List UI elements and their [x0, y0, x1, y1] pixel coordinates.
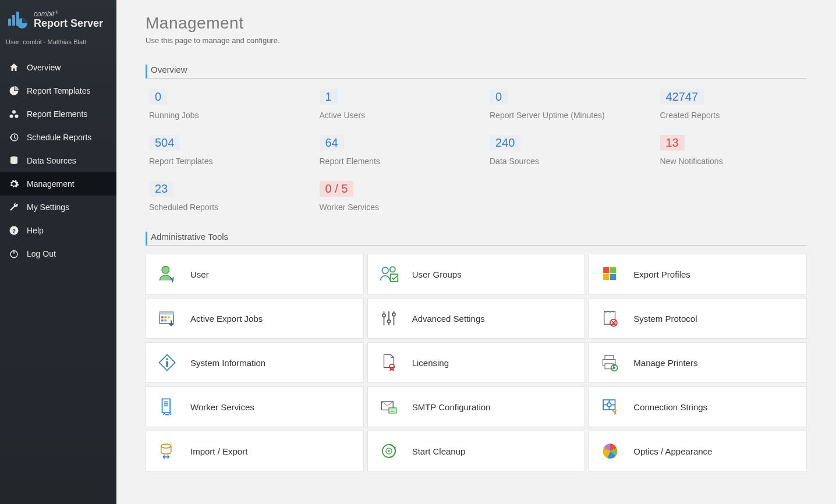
main-content: Management Use this page to manage and c… — [116, 0, 836, 504]
stat-value: 504 — [149, 135, 180, 151]
svg-point-5 — [15, 115, 19, 118]
sliders-icon — [377, 307, 401, 330]
svg-point-38 — [166, 358, 168, 360]
cleanup-icon — [377, 439, 401, 463]
stat-new-notifications[interactable]: 13 New Notifications — [660, 135, 807, 166]
stats-grid: 0 Running Jobs 1 Active Users 0 Report S… — [146, 89, 807, 212]
tool-label: System Information — [190, 358, 265, 368]
tool-import-export[interactable]: Import / Export — [146, 431, 364, 471]
stat-label: New Notifications — [660, 157, 807, 166]
tool-label: SMTP Configuration — [412, 402, 491, 412]
svg-point-6 — [12, 110, 16, 113]
history-icon — [8, 132, 20, 143]
tool-smtp-configuration[interactable]: SMTP Configuration — [367, 386, 586, 427]
wrench-icon — [8, 201, 20, 213]
svg-point-33 — [392, 313, 395, 316]
svg-point-63 — [388, 450, 389, 452]
svg-rect-18 — [610, 267, 616, 273]
svg-point-32 — [387, 320, 390, 323]
svg-rect-26 — [161, 320, 164, 322]
tool-label: Advanced Settings — [412, 314, 485, 324]
tool-label: Licensing — [412, 358, 449, 368]
svg-point-31 — [382, 314, 385, 317]
appearance-icon — [598, 439, 622, 463]
printer-icon — [598, 351, 622, 374]
tool-label: User Groups — [412, 269, 462, 279]
page-title: Management — [146, 14, 807, 33]
tool-connection-strings[interactable]: Connection Strings — [589, 386, 807, 427]
nav-report-templates[interactable]: Report Templates — [0, 79, 116, 102]
protocol-icon — [598, 307, 622, 330]
brand-text: combit Report Server — [34, 10, 103, 30]
tool-active-export-jobs[interactable]: Active Export Jobs — [146, 298, 364, 339]
tool-licensing[interactable]: Licensing — [367, 342, 586, 383]
stat-report-elements[interactable]: 64 Report Elements — [320, 135, 467, 166]
stat-label: Scheduled Reports — [149, 203, 296, 212]
stat-active-users[interactable]: 1 Active Users — [320, 89, 467, 120]
svg-rect-20 — [610, 274, 616, 280]
svg-rect-1 — [12, 15, 15, 26]
stat-value: 240 — [490, 135, 520, 151]
tool-label: Import / Export — [190, 446, 247, 456]
tool-worker-services[interactable]: Worker Services — [146, 386, 364, 427]
svg-point-15 — [389, 267, 395, 272]
svg-rect-39 — [166, 361, 168, 367]
stat-label: Data Sources — [490, 157, 637, 166]
nav-label: Management — [27, 179, 75, 189]
primary-nav: Overview Report Templates Report Element… — [0, 56, 116, 265]
nav-help[interactable]: ? Help — [0, 219, 116, 242]
tool-label: Active Export Jobs — [190, 314, 263, 324]
stat-running-jobs[interactable]: 0 Running Jobs — [149, 89, 296, 120]
stat-value: 0 — [149, 89, 167, 105]
nav-label: Schedule Reports — [27, 133, 91, 142]
tool-system-information[interactable]: System Information — [146, 342, 364, 383]
tool-optics-appearance[interactable]: Optics / Appearance — [589, 431, 807, 471]
stat-scheduled-reports[interactable]: 23 Scheduled Reports — [149, 181, 296, 212]
nav-data-sources[interactable]: Data Sources — [0, 149, 116, 172]
stat-uptime[interactable]: 0 Report Server Uptime (Minutes) — [490, 89, 637, 120]
stat-label: Report Server Uptime (Minutes) — [490, 111, 637, 120]
stat-label: Active Users — [320, 111, 467, 120]
calendar-jobs-icon — [155, 307, 179, 330]
tool-user[interactable]: User — [146, 254, 364, 294]
stat-value: 1 — [320, 89, 338, 105]
nav-schedule-reports[interactable]: Schedule Reports — [0, 126, 116, 149]
svg-rect-16 — [390, 274, 398, 282]
stat-value: 64 — [320, 135, 344, 151]
nav-my-settings[interactable]: My Settings — [0, 196, 116, 219]
nav-label: Report Elements — [27, 109, 87, 119]
svg-text:?: ? — [12, 228, 16, 234]
nav-management[interactable]: Management — [0, 172, 116, 196]
tool-export-profiles[interactable]: Export Profiles — [589, 254, 807, 294]
stat-report-templates[interactable]: 504 Report Templates — [149, 135, 296, 166]
worker-icon — [155, 395, 179, 418]
license-icon — [377, 351, 401, 374]
stat-label: Report Templates — [149, 157, 296, 166]
tools-heading: Administrative Tools — [146, 232, 807, 246]
molecule-icon — [8, 108, 20, 120]
tool-start-cleanup[interactable]: Start Cleanup — [367, 431, 586, 471]
tool-system-protocol[interactable]: System Protocol — [589, 298, 807, 339]
tool-user-groups[interactable]: User Groups — [367, 254, 586, 294]
brand: combit Report Server — [0, 6, 116, 34]
svg-point-4 — [10, 115, 13, 118]
stat-value: 13 — [660, 135, 685, 151]
overview-section: Overview 0 Running Jobs 1 Active Users 0… — [146, 65, 807, 212]
svg-rect-23 — [161, 316, 164, 318]
user-group-icon — [377, 262, 401, 286]
nav-report-elements[interactable]: Report Elements — [0, 102, 116, 126]
svg-point-14 — [382, 267, 388, 274]
stat-created-reports[interactable]: 42747 Created Reports — [660, 89, 807, 120]
tool-manage-printers[interactable]: Manage Printers — [589, 342, 807, 383]
svg-rect-22 — [160, 312, 173, 315]
svg-point-60 — [161, 444, 171, 448]
nav-log-out[interactable]: Log Out — [0, 242, 116, 265]
tool-label: Start Cleanup — [412, 446, 466, 456]
nav-label: My Settings — [27, 203, 69, 212]
tool-advanced-settings[interactable]: Advanced Settings — [367, 298, 586, 339]
stat-data-sources[interactable]: 240 Data Sources — [490, 135, 637, 166]
stat-worker-services[interactable]: 0 / 5 Worker Services — [320, 181, 467, 212]
database-icon — [8, 155, 20, 166]
svg-rect-27 — [165, 320, 167, 322]
nav-overview[interactable]: Overview — [0, 56, 116, 79]
